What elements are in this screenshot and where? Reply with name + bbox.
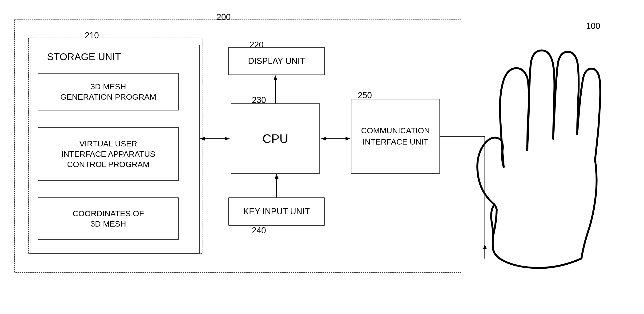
virtual-ui-program-box: VIRTUAL USERINTERFACE APPARATUSCONTROL P… [38, 127, 179, 181]
storage-unit-title: STORAGE UNIT [47, 51, 121, 62]
3d-mesh-program-box: 3D MESHGENERATION PROGRAM [38, 73, 179, 111]
key-input-label: KEY INPUT UNIT [244, 207, 310, 216]
coordinates-label: COORDINATES OF3D MESH [72, 208, 144, 229]
hand-illustration [466, 28, 626, 275]
label-ref-210: 210 [85, 30, 99, 40]
cpu-label: CPU [262, 132, 288, 146]
label-ref-200: 200 [216, 12, 231, 22]
coordinates-box: COORDINATES OF3D MESH [38, 197, 179, 240]
display-unit-box: DISPLAY UNIT [228, 47, 325, 75]
label-ref-240: 240 [252, 226, 266, 236]
comm-interface-box: COMMUNICATIONINTERFACE UNIT [351, 99, 440, 174]
comm-interface-label: COMMUNICATIONINTERFACE UNIT [361, 125, 430, 147]
key-input-box: KEY INPUT UNIT [228, 197, 325, 226]
cpu-box: CPU [231, 103, 320, 174]
display-unit-label: DISPLAY UNIT [248, 56, 305, 66]
virtual-ui-program-label: VIRTUAL USERINTERFACE APPARATUSCONTROL P… [61, 139, 155, 170]
3d-mesh-program-label: 3D MESHGENERATION PROGRAM [60, 81, 156, 102]
